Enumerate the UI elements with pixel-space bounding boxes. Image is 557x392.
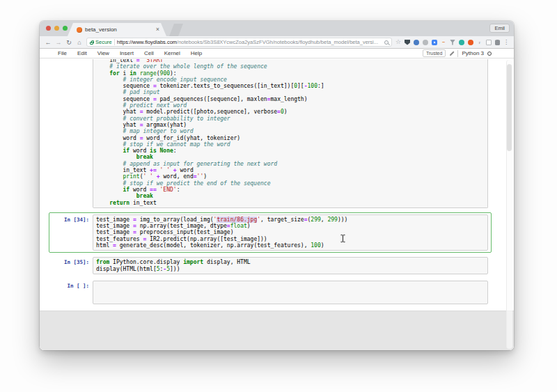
url-text: https://www.floydlabs.com/notebooks/Sb3S… [117, 39, 378, 45]
code-editor: from IPython.core.display import display… [96, 259, 485, 272]
kernel-status-area: Trusted Python 3 [423, 49, 492, 57]
cell-prompt: In [35]: [52, 257, 93, 265]
orange-extension-icon[interactable] [468, 40, 473, 45]
code-line: for i in range(900): [96, 70, 485, 77]
blue-extension-icon[interactable] [414, 40, 419, 45]
home-icon[interactable]: ⌂ [76, 39, 83, 46]
cell-prompt: In [ ]: [52, 281, 93, 289]
code-editor: in_text = 'START' # iterate over the who… [96, 59, 485, 206]
menu-kernel[interactable]: Kernel [164, 50, 180, 56]
window-controls [46, 26, 68, 31]
cell-prompt [52, 59, 93, 61]
address-bar[interactable]: Secure https://www.floydlabs.com/noteboo… [86, 38, 392, 47]
squiggle-extension-icon[interactable]: ~ [441, 40, 446, 45]
new-tab-button[interactable] [169, 24, 183, 36]
code-line: break [96, 154, 485, 160]
code-cell[interactable]: In [34]:test_image = img_to_array(load_i… [49, 212, 492, 253]
header-divider [457, 50, 458, 57]
profile-badge[interactable]: Emil [489, 24, 510, 33]
code-line: # iterate over the whole length of the s… [96, 63, 485, 70]
security-label: Secure [95, 39, 112, 45]
desktop: beta_version × Emil ← → ↻ ⌂ Secure https… [0, 0, 557, 392]
cell-prompt: In [34]: [52, 214, 93, 223]
menu-edit[interactable]: Edit [77, 50, 87, 56]
code-line: sequence = pad_sequences([sequence], max… [96, 96, 485, 102]
back-icon[interactable]: ← [45, 39, 52, 46]
gray-extension-icon[interactable] [423, 40, 428, 45]
database-extension-icon[interactable] [495, 40, 500, 45]
code-line: html = generate_desc(model, tokenizer, n… [96, 242, 485, 249]
cell-input-area[interactable]: from IPython.core.display import display… [93, 257, 488, 274]
bookmark-star-icon[interactable]: ☆ [395, 39, 401, 45]
code-line: display(HTML(html[5:-5])) [96, 266, 485, 272]
edit-mode-pencil-icon [449, 51, 454, 56]
browser-tab[interactable]: beta_version × [68, 23, 166, 36]
lock-icon [90, 42, 93, 45]
address-divider [114, 39, 115, 45]
code-line: test_features = IR2.predict(np.array([te… [96, 236, 485, 242]
tab-close-icon[interactable]: × [156, 26, 159, 33]
page-end-background [40, 311, 514, 350]
code-editor: test_image = img_to_array(load_img('trai… [96, 217, 485, 249]
cell-input-area[interactable] [93, 281, 488, 304]
browser-window: beta_version × Emil ← → ↻ ⌂ Secure https… [40, 21, 514, 350]
close-window-button[interactable] [46, 26, 51, 31]
code-cell[interactable]: In [ ]: [49, 279, 492, 306]
code-line: # integer encode input sequence [96, 77, 485, 83]
forward-icon[interactable]: → [55, 39, 62, 46]
reload-icon[interactable]: ↻ [65, 39, 72, 46]
menu-cell[interactable]: Cell [144, 50, 154, 56]
code-line [96, 283, 485, 289]
shield-extension-icon[interactable] [405, 40, 410, 45]
page-extension-icon[interactable] [486, 40, 492, 45]
code-line: test_image = preprocess_input(test_image… [96, 229, 485, 235]
code-line: from IPython.core.display import display… [96, 259, 485, 265]
code-line: yhat = model.predict([photo,sequence], v… [96, 109, 485, 115]
jupyter-favicon-icon [77, 27, 82, 33]
code-cell[interactable]: In [35]:from IPython.core.display import… [49, 255, 492, 276]
cell-list: in_text = 'START' # iterate over the who… [49, 58, 492, 306]
code-line: sequence = tokenizer.texts_to_sequences(… [96, 83, 485, 89]
code-line: # predict next word [96, 102, 485, 109]
browser-toolbar: ← → ↻ ⌂ Secure https://www.floydlabs.com… [40, 36, 514, 49]
minimize-window-button[interactable] [54, 26, 59, 31]
zoom-page-icon[interactable] [384, 40, 389, 45]
code-line: # map integer to word [96, 128, 485, 134]
code-line: # convert probability to integer [96, 116, 485, 122]
fullscreen-window-button[interactable] [63, 26, 68, 31]
kernel-name: Python 3 [462, 50, 484, 56]
cell-input-area[interactable]: in_text = 'START' # iterate over the who… [93, 59, 488, 208]
extensions-row: ~ r ⋮ [405, 40, 509, 45]
scrollbar-thumb[interactable] [507, 64, 512, 151]
code-editor [96, 283, 485, 289]
menu-help[interactable]: Help [191, 50, 202, 56]
menu-view[interactable]: View [97, 50, 109, 56]
code-line: test_image = np.array(test_image, dtype=… [96, 223, 485, 229]
menu-insert[interactable]: Insert [120, 50, 134, 56]
code-line: yhat = argmax(yhat) [96, 122, 485, 128]
url-path: /notebooks/Sb3S8XYcwcZoa2yaSzFVGh/notebo… [177, 39, 378, 45]
jupyter-menubar: File Edit View Insert Cell Kernel Help T… [40, 49, 514, 58]
menu-list: File Edit View Insert Cell Kernel Help [58, 50, 202, 56]
trusted-button[interactable]: Trusted [423, 49, 446, 57]
r-extension-icon[interactable]: r [477, 40, 483, 45]
code-line: return in_text [96, 200, 485, 206]
teal-extension-icon[interactable] [459, 40, 464, 45]
menu-file[interactable]: File [58, 50, 67, 56]
tab-title: beta_version [85, 26, 117, 33]
translate-extension-icon[interactable] [432, 40, 437, 45]
code-line: # pad input [96, 89, 485, 95]
filter-extension-icon[interactable] [450, 40, 455, 45]
cell-input-area[interactable]: test_image = img_to_array(load_img('trai… [93, 214, 488, 251]
url-host: https://www.floydlabs.com [117, 39, 177, 45]
code-line: break [96, 193, 485, 199]
code-line: # stop if we cannot map the word [96, 141, 485, 148]
code-line: word = word_for_id(yhat, tokenizer) [96, 135, 485, 141]
code-line: if word is None: [96, 148, 485, 154]
code-line: test_image = img_to_array(load_img('trai… [96, 217, 485, 223]
code-line: in_text += ' ' + word [96, 167, 485, 173]
code-cell[interactable]: in_text = 'START' # iterate over the who… [49, 58, 492, 210]
browser-menu-icon[interactable]: ⋮ [503, 40, 509, 45]
tab-strip: beta_version × Emil [40, 21, 514, 36]
code-line: # stop if we predict the end of the sequ… [96, 180, 485, 187]
